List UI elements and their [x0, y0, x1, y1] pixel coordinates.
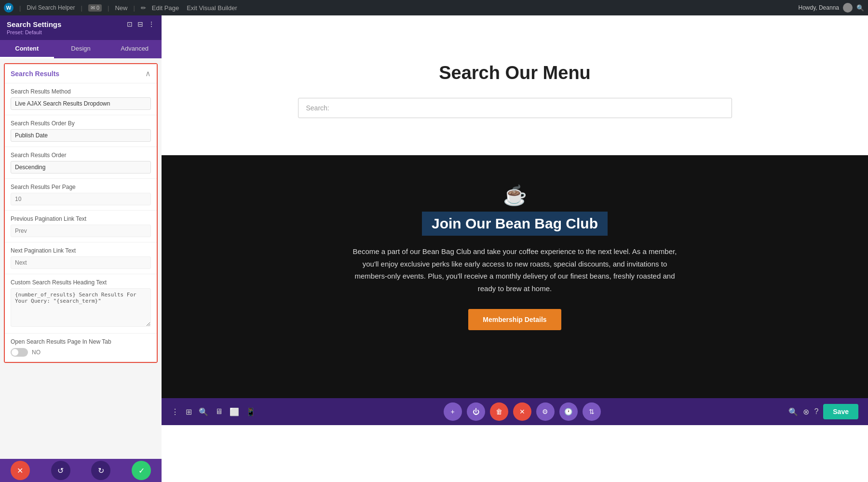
builder-right-tools: 🔍 ⊗ ? Save	[788, 404, 858, 419]
builder-center-tools: + ⏻ 🗑 ✕ ⚙ 🕐 ⇅	[444, 402, 601, 421]
top-bar: W | Divi Search Helper | ✉ 0 | New | ✏ E…	[0, 0, 868, 15]
panel-menu-icon[interactable]: ⋮	[148, 20, 155, 28]
order-by-select[interactable]: Publish Date	[11, 129, 151, 142]
builder-bar: ⋮ ⊞ 🔍 🖥 ⬜ 📱 + ⏻ 🗑 ✕ ⚙ 🕐 ⇅ 🔍	[162, 398, 868, 425]
panel-header-icons: ⊡ ⊟ ⋮	[127, 20, 155, 28]
toggle-no-label: NO	[32, 349, 41, 356]
redo-button[interactable]: ↻	[91, 461, 110, 480]
heading-textarea[interactable]: {number_of_results} Search Results For Y…	[11, 288, 151, 327]
builder-layers-icon[interactable]: ⊗	[803, 407, 809, 416]
method-label: Search Results Method	[11, 88, 151, 95]
power-button[interactable]: ⏻	[467, 402, 485, 421]
save-button[interactable]: Save	[823, 404, 858, 419]
divi-search-helper-link[interactable]: Divi Search Helper	[27, 4, 75, 11]
history-button[interactable]: 🕐	[559, 402, 578, 421]
new-tab-field: Open Search Results Page In New Tab NO	[5, 334, 157, 362]
separator-4: |	[133, 4, 135, 12]
next-pagination-field: Next Pagination Link Text	[5, 242, 157, 274]
dark-section-heading: Join Our Bean Bag Club	[422, 212, 608, 236]
panel-title: Search Settings	[7, 20, 61, 28]
new-tab-label: Open Search Results Page In New Tab	[11, 338, 151, 345]
separator-1: |	[19, 4, 21, 12]
heading-label: Custom Search Results Heading Text	[11, 279, 151, 286]
section-collapse-icon[interactable]: ∧	[145, 69, 151, 78]
top-bar-right: Howdy, Deanna 🔍	[799, 3, 865, 13]
heading-field: Custom Search Results Heading Text {numb…	[5, 274, 157, 334]
membership-details-button[interactable]: Membership Details	[468, 309, 561, 330]
order-by-label: Search Results Order By	[11, 120, 151, 127]
separator-2: |	[81, 4, 82, 12]
builder-desktop-icon[interactable]: 🖥	[215, 407, 223, 416]
page-white-section: Search Our Menu Search:	[162, 15, 868, 155]
add-element-button[interactable]: +	[444, 402, 462, 421]
page-dark-section: ☕ Join Our Bean Bag Club Become a part o…	[162, 155, 868, 425]
search-bar-wrapper: Search:	[298, 98, 732, 118]
close-button[interactable]: ✕	[513, 402, 531, 421]
left-panel: Search Settings Preset: Default ⊡ ⊟ ⋮ Co…	[0, 15, 162, 482]
prev-pagination-field: Previous Pagination Link Text	[5, 211, 157, 242]
order-field: Search Results Order Descending	[5, 147, 157, 179]
prev-pagination-label: Previous Pagination Link Text	[11, 215, 151, 222]
new-tab-toggle[interactable]	[11, 348, 28, 357]
settings-button[interactable]: ⚙	[536, 402, 555, 421]
builder-grid-icon[interactable]: ⊞	[186, 407, 192, 416]
method-field: Search Results Method Live AJAX Search R…	[5, 83, 157, 115]
panel-responsive-icon[interactable]: ⊡	[127, 20, 133, 28]
builder-mobile-icon[interactable]: 📱	[246, 407, 256, 416]
sort-button[interactable]: ⇅	[583, 402, 601, 421]
panel-content: Search Results ∧ Search Results Method L…	[0, 58, 162, 459]
builder-left-tools: ⋮ ⊞ 🔍 🖥 ⬜ 📱	[171, 407, 256, 416]
section-title: Search Results	[11, 70, 59, 78]
panel-preset[interactable]: Preset: Default	[7, 29, 61, 35]
separator-3: |	[108, 4, 109, 12]
trash-button[interactable]: 🗑	[490, 402, 508, 421]
comments-count[interactable]: ✉ 0	[88, 4, 102, 12]
right-content: Search Our Menu Search: ☕ Join Our Bean …	[162, 15, 868, 482]
page-heading: Search Our Menu	[439, 63, 591, 83]
tab-design[interactable]: Design	[54, 40, 108, 58]
order-by-field: Search Results Order By Publish Date	[5, 115, 157, 147]
user-avatar[interactable]	[843, 3, 853, 13]
dark-section-body: Become a part of our Bean Bag Club and t…	[346, 245, 684, 295]
panel-header: Search Settings Preset: Default ⊡ ⊟ ⋮	[0, 15, 162, 40]
panel-tabs: Content Design Advanced	[0, 40, 162, 58]
exit-visual-builder-link[interactable]: Exit Visual Builder	[187, 4, 237, 12]
per-page-label: Search Results Per Page	[11, 184, 151, 190]
confirm-button[interactable]: ✓	[132, 461, 151, 480]
method-select[interactable]: Live AJAX Search Results Dropdown	[11, 97, 151, 110]
builder-menu-icon[interactable]: ⋮	[171, 407, 179, 416]
builder-help-icon[interactable]: ?	[814, 407, 818, 416]
builder-tablet-icon[interactable]: ⬜	[230, 407, 239, 416]
per-page-field: Search Results Per Page	[5, 179, 157, 211]
new-button[interactable]: New	[115, 4, 127, 12]
edit-page-icon: ✏	[141, 4, 146, 12]
search-results-section: Search Results ∧ Search Results Method L…	[4, 63, 158, 363]
builder-zoom-icon[interactable]: 🔍	[788, 407, 798, 416]
toggle-row: NO	[11, 348, 151, 357]
section-header: Search Results ∧	[5, 64, 157, 83]
panel-bottom-bar: ✕ ↺ ↻ ✓	[0, 459, 162, 482]
edit-page-link[interactable]: Edit Page	[152, 4, 179, 12]
undo-button[interactable]: ↺	[51, 461, 70, 480]
coffee-cup-icon: ☕	[503, 184, 527, 207]
tab-content[interactable]: Content	[0, 40, 54, 58]
search-bar[interactable]: Search:	[298, 98, 732, 118]
prev-pagination-input[interactable]	[11, 225, 151, 237]
tab-advanced[interactable]: Advanced	[108, 40, 162, 58]
builder-search-icon[interactable]: 🔍	[199, 407, 208, 416]
top-search-icon[interactable]: 🔍	[856, 4, 864, 12]
per-page-input[interactable]	[11, 193, 151, 205]
wp-logo-icon[interactable]: W	[4, 3, 14, 13]
main-layout: Search Settings Preset: Default ⊡ ⊟ ⋮ Co…	[0, 15, 868, 482]
cancel-button[interactable]: ✕	[11, 461, 30, 480]
panel-layout-icon[interactable]: ⊟	[137, 20, 143, 28]
next-pagination-input[interactable]	[11, 256, 151, 269]
order-label: Search Results Order	[11, 152, 151, 159]
howdy-text: Howdy, Deanna	[799, 4, 840, 11]
next-pagination-label: Next Pagination Link Text	[11, 247, 151, 254]
order-select[interactable]: Descending	[11, 161, 151, 174]
